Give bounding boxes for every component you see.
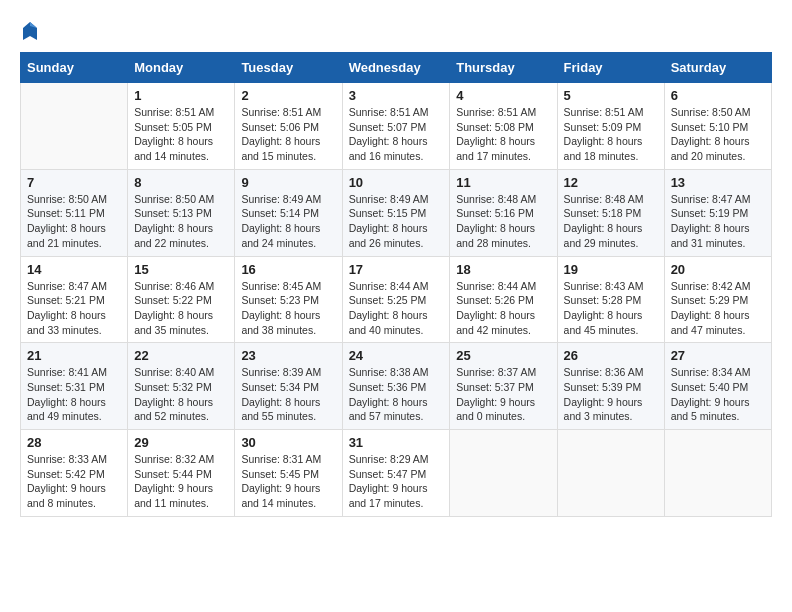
day-number: 1 <box>134 88 228 103</box>
day-info: Sunrise: 8:40 AMSunset: 5:32 PMDaylight:… <box>134 365 228 424</box>
day-info: Sunrise: 8:42 AMSunset: 5:29 PMDaylight:… <box>671 279 765 338</box>
calendar-cell: 24Sunrise: 8:38 AMSunset: 5:36 PMDayligh… <box>342 343 450 430</box>
day-info: Sunrise: 8:51 AMSunset: 5:08 PMDaylight:… <box>456 105 550 164</box>
day-info: Sunrise: 8:34 AMSunset: 5:40 PMDaylight:… <box>671 365 765 424</box>
day-of-week-header: Wednesday <box>342 53 450 83</box>
calendar-cell: 22Sunrise: 8:40 AMSunset: 5:32 PMDayligh… <box>128 343 235 430</box>
calendar-cell: 1Sunrise: 8:51 AMSunset: 5:05 PMDaylight… <box>128 83 235 170</box>
page-header <box>20 20 772 42</box>
calendar-cell: 17Sunrise: 8:44 AMSunset: 5:25 PMDayligh… <box>342 256 450 343</box>
calendar-table: SundayMondayTuesdayWednesdayThursdayFrid… <box>20 52 772 517</box>
day-info: Sunrise: 8:37 AMSunset: 5:37 PMDaylight:… <box>456 365 550 424</box>
day-number: 11 <box>456 175 550 190</box>
day-info: Sunrise: 8:31 AMSunset: 5:45 PMDaylight:… <box>241 452 335 511</box>
day-of-week-header: Friday <box>557 53 664 83</box>
calendar-cell: 9Sunrise: 8:49 AMSunset: 5:14 PMDaylight… <box>235 169 342 256</box>
day-number: 22 <box>134 348 228 363</box>
calendar-cell: 4Sunrise: 8:51 AMSunset: 5:08 PMDaylight… <box>450 83 557 170</box>
calendar-cell: 27Sunrise: 8:34 AMSunset: 5:40 PMDayligh… <box>664 343 771 430</box>
day-info: Sunrise: 8:50 AMSunset: 5:10 PMDaylight:… <box>671 105 765 164</box>
day-of-week-header: Monday <box>128 53 235 83</box>
day-number: 30 <box>241 435 335 450</box>
calendar-cell <box>21 83 128 170</box>
calendar-cell: 3Sunrise: 8:51 AMSunset: 5:07 PMDaylight… <box>342 83 450 170</box>
day-number: 24 <box>349 348 444 363</box>
day-info: Sunrise: 8:39 AMSunset: 5:34 PMDaylight:… <box>241 365 335 424</box>
day-number: 25 <box>456 348 550 363</box>
calendar-cell: 16Sunrise: 8:45 AMSunset: 5:23 PMDayligh… <box>235 256 342 343</box>
calendar-week-row: 28Sunrise: 8:33 AMSunset: 5:42 PMDayligh… <box>21 430 772 517</box>
day-number: 20 <box>671 262 765 277</box>
day-number: 31 <box>349 435 444 450</box>
day-info: Sunrise: 8:47 AMSunset: 5:19 PMDaylight:… <box>671 192 765 251</box>
calendar-cell: 13Sunrise: 8:47 AMSunset: 5:19 PMDayligh… <box>664 169 771 256</box>
day-number: 12 <box>564 175 658 190</box>
calendar-cell: 11Sunrise: 8:48 AMSunset: 5:16 PMDayligh… <box>450 169 557 256</box>
calendar-cell: 21Sunrise: 8:41 AMSunset: 5:31 PMDayligh… <box>21 343 128 430</box>
day-info: Sunrise: 8:47 AMSunset: 5:21 PMDaylight:… <box>27 279 121 338</box>
day-number: 26 <box>564 348 658 363</box>
calendar-cell: 19Sunrise: 8:43 AMSunset: 5:28 PMDayligh… <box>557 256 664 343</box>
day-info: Sunrise: 8:51 AMSunset: 5:07 PMDaylight:… <box>349 105 444 164</box>
calendar-cell: 18Sunrise: 8:44 AMSunset: 5:26 PMDayligh… <box>450 256 557 343</box>
day-info: Sunrise: 8:33 AMSunset: 5:42 PMDaylight:… <box>27 452 121 511</box>
day-number: 9 <box>241 175 335 190</box>
day-number: 16 <box>241 262 335 277</box>
day-info: Sunrise: 8:51 AMSunset: 5:05 PMDaylight:… <box>134 105 228 164</box>
day-number: 27 <box>671 348 765 363</box>
calendar-cell <box>664 430 771 517</box>
day-number: 21 <box>27 348 121 363</box>
day-number: 7 <box>27 175 121 190</box>
day-info: Sunrise: 8:48 AMSunset: 5:18 PMDaylight:… <box>564 192 658 251</box>
day-info: Sunrise: 8:50 AMSunset: 5:11 PMDaylight:… <box>27 192 121 251</box>
day-number: 29 <box>134 435 228 450</box>
day-of-week-header: Saturday <box>664 53 771 83</box>
calendar-cell: 26Sunrise: 8:36 AMSunset: 5:39 PMDayligh… <box>557 343 664 430</box>
day-info: Sunrise: 8:32 AMSunset: 5:44 PMDaylight:… <box>134 452 228 511</box>
day-number: 23 <box>241 348 335 363</box>
day-of-week-header: Tuesday <box>235 53 342 83</box>
day-of-week-header: Sunday <box>21 53 128 83</box>
day-number: 5 <box>564 88 658 103</box>
calendar-cell: 25Sunrise: 8:37 AMSunset: 5:37 PMDayligh… <box>450 343 557 430</box>
day-number: 18 <box>456 262 550 277</box>
calendar-cell: 30Sunrise: 8:31 AMSunset: 5:45 PMDayligh… <box>235 430 342 517</box>
calendar-cell: 5Sunrise: 8:51 AMSunset: 5:09 PMDaylight… <box>557 83 664 170</box>
day-number: 3 <box>349 88 444 103</box>
day-number: 4 <box>456 88 550 103</box>
day-number: 8 <box>134 175 228 190</box>
day-number: 19 <box>564 262 658 277</box>
day-info: Sunrise: 8:41 AMSunset: 5:31 PMDaylight:… <box>27 365 121 424</box>
day-number: 14 <box>27 262 121 277</box>
day-info: Sunrise: 8:49 AMSunset: 5:15 PMDaylight:… <box>349 192 444 251</box>
day-info: Sunrise: 8:46 AMSunset: 5:22 PMDaylight:… <box>134 279 228 338</box>
day-info: Sunrise: 8:38 AMSunset: 5:36 PMDaylight:… <box>349 365 444 424</box>
day-number: 15 <box>134 262 228 277</box>
calendar-header-row: SundayMondayTuesdayWednesdayThursdayFrid… <box>21 53 772 83</box>
calendar-week-row: 21Sunrise: 8:41 AMSunset: 5:31 PMDayligh… <box>21 343 772 430</box>
day-info: Sunrise: 8:43 AMSunset: 5:28 PMDaylight:… <box>564 279 658 338</box>
day-info: Sunrise: 8:44 AMSunset: 5:26 PMDaylight:… <box>456 279 550 338</box>
calendar-cell: 14Sunrise: 8:47 AMSunset: 5:21 PMDayligh… <box>21 256 128 343</box>
day-number: 10 <box>349 175 444 190</box>
day-info: Sunrise: 8:29 AMSunset: 5:47 PMDaylight:… <box>349 452 444 511</box>
calendar-week-row: 7Sunrise: 8:50 AMSunset: 5:11 PMDaylight… <box>21 169 772 256</box>
day-number: 28 <box>27 435 121 450</box>
calendar-cell <box>450 430 557 517</box>
day-info: Sunrise: 8:51 AMSunset: 5:09 PMDaylight:… <box>564 105 658 164</box>
calendar-cell: 28Sunrise: 8:33 AMSunset: 5:42 PMDayligh… <box>21 430 128 517</box>
calendar-cell: 10Sunrise: 8:49 AMSunset: 5:15 PMDayligh… <box>342 169 450 256</box>
day-info: Sunrise: 8:51 AMSunset: 5:06 PMDaylight:… <box>241 105 335 164</box>
day-number: 2 <box>241 88 335 103</box>
calendar-cell: 23Sunrise: 8:39 AMSunset: 5:34 PMDayligh… <box>235 343 342 430</box>
day-number: 6 <box>671 88 765 103</box>
day-info: Sunrise: 8:50 AMSunset: 5:13 PMDaylight:… <box>134 192 228 251</box>
day-info: Sunrise: 8:44 AMSunset: 5:25 PMDaylight:… <box>349 279 444 338</box>
calendar-cell: 20Sunrise: 8:42 AMSunset: 5:29 PMDayligh… <box>664 256 771 343</box>
day-info: Sunrise: 8:45 AMSunset: 5:23 PMDaylight:… <box>241 279 335 338</box>
calendar-week-row: 14Sunrise: 8:47 AMSunset: 5:21 PMDayligh… <box>21 256 772 343</box>
day-of-week-header: Thursday <box>450 53 557 83</box>
day-info: Sunrise: 8:36 AMSunset: 5:39 PMDaylight:… <box>564 365 658 424</box>
calendar-cell: 29Sunrise: 8:32 AMSunset: 5:44 PMDayligh… <box>128 430 235 517</box>
calendar-cell: 7Sunrise: 8:50 AMSunset: 5:11 PMDaylight… <box>21 169 128 256</box>
